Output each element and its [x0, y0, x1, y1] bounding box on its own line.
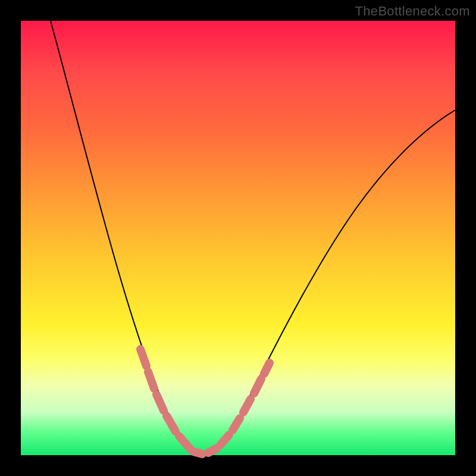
curve-svg	[21, 21, 455, 455]
chart-frame: TheBottleneck.com	[0, 0, 476, 476]
right-overlay-segment	[208, 363, 270, 453]
watermark-label: TheBottleneck.com	[355, 4, 470, 19]
left-overlay-segment	[140, 349, 202, 454]
plot-area	[21, 21, 455, 455]
